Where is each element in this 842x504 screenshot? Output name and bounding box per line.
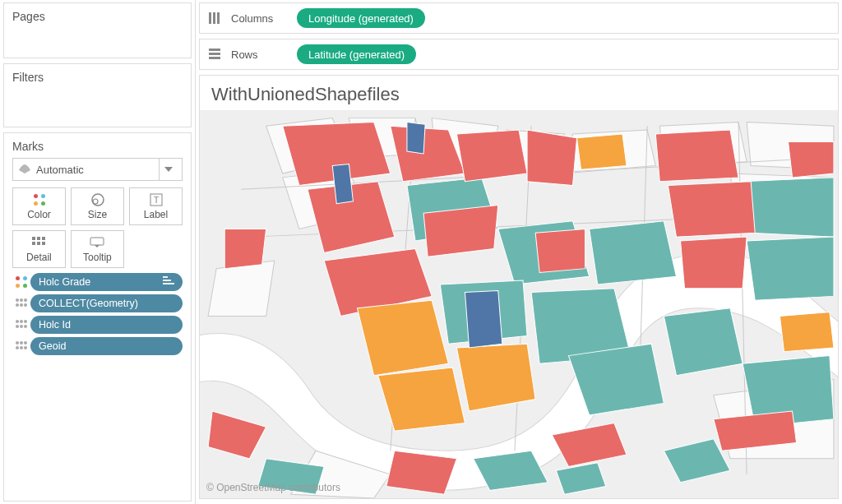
pill-label: Geoid bbox=[39, 340, 66, 352]
label-button-label: Label bbox=[144, 209, 168, 220]
svg-point-21 bbox=[20, 320, 23, 323]
svg-point-25 bbox=[24, 325, 27, 328]
size-button[interactable]: Size bbox=[71, 187, 124, 225]
rows-pill[interactable]: Latitude (generated) bbox=[297, 44, 416, 64]
svg-rect-9 bbox=[42, 242, 45, 245]
map-attribution: © OpenStreetMap contributors bbox=[206, 482, 340, 493]
marks-pill-holc-grade[interactable]: Holc Grade bbox=[30, 273, 183, 291]
pages-label: Pages bbox=[12, 10, 183, 23]
detail-button[interactable]: Detail bbox=[12, 230, 66, 268]
svg-rect-4 bbox=[32, 237, 35, 240]
color-button-label: Color bbox=[27, 209, 51, 220]
svg-rect-37 bbox=[209, 57, 220, 59]
viz-area: WithUnionedShapefiles bbox=[199, 75, 839, 499]
svg-point-26 bbox=[16, 341, 19, 344]
svg-point-20 bbox=[16, 320, 19, 323]
pill-label: Holc Grade bbox=[39, 276, 90, 288]
mark-type-label: Automatic bbox=[36, 164, 84, 176]
rows-label: Rows bbox=[231, 49, 297, 61]
columns-label: Columns bbox=[231, 12, 297, 25]
color-pill-icon[interactable] bbox=[12, 276, 30, 288]
pill-label: Latitude (generated) bbox=[308, 49, 405, 61]
tooltip-button-label: Tooltip bbox=[83, 252, 112, 263]
pages-panel: Pages bbox=[3, 2, 192, 58]
svg-point-30 bbox=[20, 346, 23, 349]
pill-label: Longitude (generated) bbox=[308, 12, 414, 25]
svg-text:T: T bbox=[153, 195, 159, 205]
svg-point-23 bbox=[16, 325, 19, 328]
svg-point-16 bbox=[24, 298, 27, 302]
rows-icon bbox=[208, 48, 224, 61]
detail-icon bbox=[32, 235, 45, 250]
filters-panel: Filters bbox=[3, 63, 192, 127]
svg-rect-32 bbox=[209, 12, 211, 24]
svg-rect-11 bbox=[163, 276, 168, 278]
svg-rect-33 bbox=[213, 12, 215, 24]
columns-icon bbox=[208, 12, 224, 25]
rows-shelf[interactable]: Rows Latitude (generated) bbox=[199, 39, 839, 70]
marks-pill-row: Holc Grade bbox=[12, 273, 183, 291]
label-button[interactable]: T Label bbox=[129, 187, 183, 225]
svg-rect-12 bbox=[163, 280, 171, 281]
svg-point-19 bbox=[24, 303, 27, 307]
svg-point-18 bbox=[20, 303, 23, 307]
svg-point-22 bbox=[24, 320, 27, 323]
tooltip-button[interactable]: Tooltip bbox=[71, 230, 124, 268]
svg-rect-8 bbox=[37, 242, 40, 245]
marks-pill-geoid[interactable]: Geoid bbox=[30, 337, 183, 355]
svg-point-14 bbox=[16, 298, 19, 302]
svg-point-31 bbox=[24, 346, 27, 349]
label-icon: T bbox=[150, 192, 163, 207]
detail-pill-icon[interactable] bbox=[12, 298, 30, 308]
marks-pill-row: COLLECT(Geometry) bbox=[12, 294, 183, 312]
color-button[interactable]: Color bbox=[12, 187, 66, 225]
svg-rect-13 bbox=[163, 283, 174, 284]
map-canvas[interactable]: © OpenStreetMap contributors bbox=[200, 110, 838, 498]
marks-label: Marks bbox=[12, 140, 183, 153]
svg-point-15 bbox=[20, 298, 23, 302]
svg-rect-34 bbox=[217, 12, 220, 24]
size-button-label: Size bbox=[88, 209, 107, 220]
pill-label: COLLECT(Geometry) bbox=[39, 298, 138, 309]
detail-pill-icon[interactable] bbox=[12, 341, 30, 351]
svg-rect-10 bbox=[90, 238, 104, 245]
mark-type-select[interactable]: Automatic bbox=[12, 158, 183, 181]
svg-rect-7 bbox=[32, 242, 35, 245]
svg-rect-35 bbox=[209, 49, 220, 51]
detail-pill-icon[interactable] bbox=[12, 320, 30, 330]
filters-label: Filters bbox=[12, 71, 183, 84]
pill-label: Holc Id bbox=[39, 319, 71, 331]
size-icon bbox=[90, 192, 106, 207]
svg-point-17 bbox=[16, 303, 19, 307]
viz-title: WithUnionedShapefiles bbox=[200, 76, 838, 110]
svg-point-24 bbox=[20, 325, 23, 328]
columns-pill[interactable]: Longitude (generated) bbox=[297, 8, 425, 28]
svg-point-1 bbox=[93, 199, 98, 204]
color-icon bbox=[34, 192, 45, 207]
marks-pill-row: Geoid bbox=[12, 337, 183, 355]
marks-panel: Marks Automatic Color Size bbox=[3, 132, 192, 502]
marks-pill-collect-geometry[interactable]: COLLECT(Geometry) bbox=[30, 294, 183, 312]
marks-pill-holc-id[interactable]: Holc Id bbox=[30, 316, 183, 334]
detail-button-label: Detail bbox=[26, 252, 52, 263]
svg-point-28 bbox=[24, 341, 27, 344]
automatic-mark-icon bbox=[18, 163, 31, 177]
sort-icon bbox=[163, 276, 174, 289]
tooltip-icon bbox=[90, 235, 104, 250]
marks-pill-row: Holc Id bbox=[12, 316, 183, 334]
svg-rect-6 bbox=[42, 237, 45, 240]
chevron-down-icon[interactable] bbox=[159, 159, 177, 180]
svg-point-29 bbox=[16, 346, 19, 349]
svg-rect-5 bbox=[37, 237, 40, 240]
svg-rect-36 bbox=[209, 53, 220, 55]
svg-point-27 bbox=[20, 341, 23, 344]
columns-shelf[interactable]: Columns Longitude (generated) bbox=[199, 2, 839, 34]
